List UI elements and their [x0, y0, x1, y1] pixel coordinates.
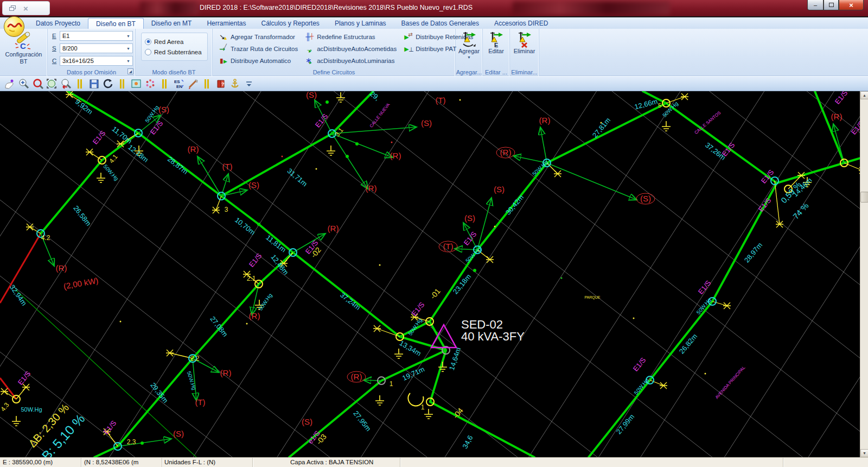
- regen-icon[interactable]: [101, 77, 115, 90]
- map-label: (T): [435, 96, 445, 105]
- combo-c[interactable]: 3x16+16/25▼: [60, 56, 133, 66]
- junction-dot: [141, 441, 144, 445]
- measure-icon[interactable]: [186, 77, 200, 90]
- tab-accesorios-dired[interactable]: Accesorios DIRED: [487, 18, 556, 30]
- service-drop-arrow[interactable]: [332, 127, 417, 134]
- speck: [391, 142, 393, 143]
- zoom-window-icon[interactable]: [16, 77, 30, 90]
- restore-window-icon[interactable]: [9, 5, 16, 11]
- service-drop-arrow[interactable]: [547, 163, 637, 200]
- map-label: (S): [158, 105, 169, 114]
- bt-feeder-line[interactable]: [430, 402, 534, 457]
- ribbon-tabs: Datos ProyectoDiseño en BTDiseño en MTHe…: [28, 18, 556, 30]
- point-cloud-icon[interactable]: [143, 77, 157, 90]
- service-drop-arrow[interactable]: [118, 439, 171, 446]
- tab-c-lculos-y-reportes[interactable]: Cálculos y Reportes: [253, 18, 327, 30]
- scroll-up-icon[interactable]: ▲: [860, 91, 868, 99]
- bt-feeder-line[interactable]: [666, 103, 777, 183]
- junction-dot: [257, 223, 260, 226]
- tab-dise-o-en-bt[interactable]: Diseño en BT: [88, 18, 144, 30]
- overflow-icon[interactable]: [242, 77, 256, 90]
- chevron-down-icon[interactable]: ▼: [124, 31, 132, 40]
- speck: [494, 226, 496, 228]
- map-label: E1/S: [462, 230, 478, 247]
- service-drop-arrow[interactable]: [540, 127, 547, 163]
- map-label: 32,94m: [8, 283, 28, 307]
- map-label: 2.1: [247, 275, 256, 282]
- lamp-arm: [90, 152, 102, 160]
- save-icon[interactable]: [87, 77, 101, 90]
- button-agregar-transformador[interactable]: ↘▲Agregar Transformador: [217, 31, 300, 43]
- editar-button[interactable]: E Editar: [483, 30, 509, 55]
- map-canvas[interactable]: 9,92m11,70m12,18m28,87m26,58m31,71m29,10…: [0, 91, 868, 457]
- ground-icon: [97, 173, 105, 182]
- tab-datos-proyecto[interactable]: Datos Proyecto: [28, 18, 88, 30]
- button-acdistribuyeautoacometidas[interactable]: →▸acDistribuyeAutoAcometidas: [303, 43, 399, 55]
- parcel-line: [0, 314, 868, 457]
- minimize-button[interactable]: –: [807, 0, 824, 10]
- service-drop-arrow[interactable]: [197, 156, 221, 196]
- junction-dot: [326, 100, 329, 104]
- zoom-dynamic-icon[interactable]: [30, 77, 44, 90]
- vertical-scrollbar[interactable]: ▲ ▼: [860, 91, 868, 457]
- button-redefine-estructuras[interactable]: ╫┼Redefine Estructuras: [303, 31, 399, 43]
- service-drop-arrow[interactable]: [332, 134, 368, 189]
- app-logo[interactable]: [4, 16, 24, 37]
- button-trazar-ruta-de-circuitos[interactable]: ⇝╱Trazar Ruta de Circuitos: [217, 43, 300, 55]
- toolbar-separator: [157, 77, 171, 90]
- pan-hand-icon[interactable]: [2, 77, 16, 90]
- zoom-extents-icon[interactable]: [44, 77, 59, 90]
- luminaire-icon: [26, 224, 34, 230]
- map-label: (R): [539, 116, 551, 125]
- close-button[interactable]: ×: [839, 0, 864, 10]
- help-book-icon[interactable]: ?: [214, 77, 228, 90]
- configuracion-label-2: BT: [20, 58, 27, 65]
- bt-feeder-line[interactable]: [221, 134, 332, 196]
- scroll-down-icon[interactable]: ▼: [860, 449, 868, 457]
- scrollbar-thumb[interactable]: [860, 192, 868, 203]
- chevron-down-icon[interactable]: ▼: [124, 44, 132, 53]
- service-drop-arrow[interactable]: [363, 380, 381, 381]
- radio-red-aerea[interactable]: Red Aerea: [145, 36, 204, 47]
- zoom-previous-icon[interactable]: [59, 77, 73, 90]
- close-document-icon[interactable]: ×: [23, 4, 28, 12]
- group-datos-por-omision: EE1▼S8/200▼C3x16+16/25▼ Datos por Omisió…: [48, 29, 136, 76]
- button-acdistribuyeautoluminarias[interactable]: ∗▸acDistribuyeAutoLuminarias: [303, 55, 399, 67]
- radio-label: Red Subterránea: [154, 49, 202, 55]
- speck: [459, 99, 461, 101]
- bt-feeder-line[interactable]: [430, 91, 666, 321]
- button-label: Agregar Transformador: [231, 34, 295, 40]
- tab-bases-de-datos-generales[interactable]: Bases de Datos Generales: [394, 18, 487, 30]
- eliminar-button[interactable]: Eliminar: [510, 30, 539, 55]
- dialog-launcher-icon[interactable]: ◢: [127, 68, 133, 74]
- redacted-area: [513, 2, 670, 15]
- maximize-button[interactable]: [824, 0, 839, 10]
- radio-red-subterr-nea[interactable]: Red Subterránea: [145, 47, 204, 57]
- anchor-icon[interactable]: [228, 77, 242, 90]
- agregar-button[interactable]: Agregar ▼: [456, 30, 482, 60]
- tab-dise-o-en-mt[interactable]: Diseño en MT: [144, 18, 200, 30]
- map-label: (2,00 kW): [63, 276, 99, 291]
- combo-s[interactable]: 8/200▼: [60, 43, 133, 53]
- tab-herramientas[interactable]: Herramientas: [199, 18, 253, 30]
- map-label: 28,97m: [743, 241, 764, 264]
- image-frame-icon[interactable]: [129, 77, 143, 90]
- language-es-en-icon[interactable]: ESEN: [171, 77, 186, 90]
- status-capa-activa: Capa Activa : BAJA TENSION: [290, 459, 373, 465]
- button-distribuye-automatico[interactable]: ▮▶Distribuye Automatico: [217, 55, 300, 67]
- map-label: (T): [443, 242, 453, 251]
- map-label: 26,82m: [678, 332, 699, 356]
- service-drop-arrow[interactable]: [332, 134, 393, 157]
- bt-feeder-line[interactable]: [777, 156, 868, 183]
- map-label: CALLE NUEVA: [369, 102, 391, 129]
- tab-planos-y-laminas[interactable]: Planos y Laminas: [327, 18, 394, 30]
- toolbar-separator: [200, 77, 214, 90]
- network-drawing[interactable]: 9,92m11,70m12,18m28,87m26,58m31,71m29,10…: [0, 91, 868, 457]
- combo-e[interactable]: E1▼: [60, 31, 133, 41]
- status-separator: [252, 458, 253, 467]
- map-label: 29,: [368, 91, 381, 102]
- bt-feeder-line[interactable]: [430, 350, 446, 402]
- pole-arrow-add-icon: [461, 30, 477, 48]
- luminaire-icon: [723, 302, 731, 309]
- chevron-down-icon[interactable]: ▼: [124, 56, 132, 65]
